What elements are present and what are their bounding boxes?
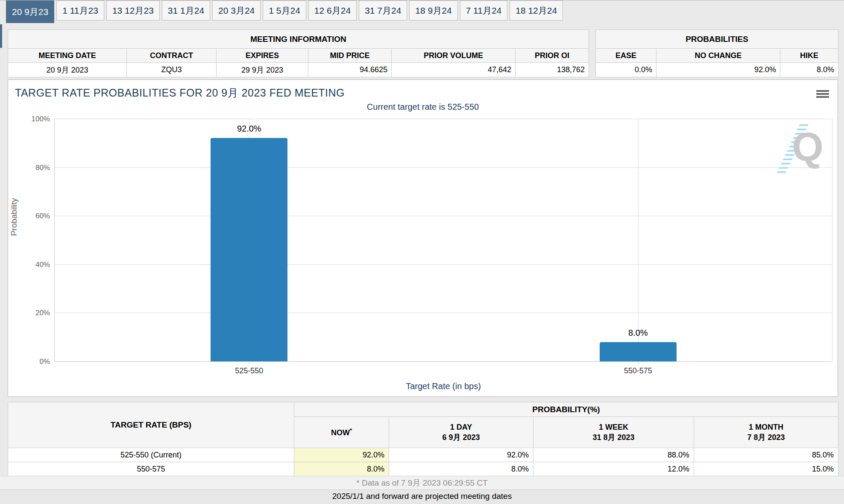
rate-label: 550-575 xyxy=(8,462,294,476)
gridline-y-20 xyxy=(55,313,832,313)
one-day-value: 92.0% xyxy=(389,448,533,462)
tab-meeting-10[interactable]: 7 11月24 xyxy=(460,0,508,21)
tab-meeting-1[interactable]: 20 9月23 xyxy=(6,0,54,23)
contract-value: ZQU3 xyxy=(127,63,217,77)
meeting-information-table: MEETING INFORMATION MEETING DATE CONTRAC… xyxy=(8,29,589,77)
gridline-y-40 xyxy=(55,264,832,265)
tab-meeting-6[interactable]: 1 5月24 xyxy=(263,0,306,21)
chart-plot-area: Q Target Rate (in bps) 92.0%525-5508.0%5… xyxy=(54,119,832,361)
now-asterisk: * xyxy=(350,427,352,434)
hike-value: 8.0% xyxy=(780,63,838,77)
gridline-x-1 xyxy=(638,119,639,361)
y-tick-label-60: 60% xyxy=(20,212,50,220)
rate-label: 525-550 (Current) xyxy=(8,448,294,462)
watermark-q-letter: Q xyxy=(792,126,823,167)
col-1-month: 1 MONTH7 8月 2023 xyxy=(694,417,838,448)
col-now: NOW* xyxy=(294,417,389,448)
table-row-550-575: 550-575 8.0% 8.0% 12.0% 15.0% xyxy=(8,462,838,476)
tab-meeting-7[interactable]: 12 6月24 xyxy=(308,0,357,21)
gridline-y-60 xyxy=(55,216,832,216)
col-no-change: NO CHANGE xyxy=(656,49,780,63)
y-tick-label-80: 80% xyxy=(20,164,50,172)
col-1-day: 1 DAY6 9月 2023 xyxy=(389,417,533,448)
projected-dates-note: 2025/1/1 and forward are projected meeti… xyxy=(0,490,844,504)
col-ease: EASE xyxy=(596,49,656,63)
one-week-value: 12.0% xyxy=(533,462,694,476)
one-day-value: 8.0% xyxy=(389,462,533,476)
tab-meeting-3[interactable]: 13 12月23 xyxy=(106,0,160,21)
now-value: 8.0% xyxy=(294,462,389,476)
x-axis-title: Target Rate (in bps) xyxy=(55,381,832,391)
meeting-date-tabs: 20 9月231 11月2313 12月2331 1月2420 3月241 5月… xyxy=(6,0,844,23)
one-month-value: 15.0% xyxy=(694,462,838,476)
col-mid-price: MID PRICE xyxy=(308,49,392,63)
table-row-525-550: 525-550 (Current) 92.0% 92.0% 88.0% 85.0… xyxy=(8,448,838,462)
col-contract: CONTRACT xyxy=(127,49,217,63)
tab-meeting-11[interactable]: 18 12月24 xyxy=(510,0,563,21)
bar-550-575[interactable] xyxy=(600,342,677,361)
y-axis-title: Probability xyxy=(9,198,19,236)
x-category-label-525-550: 525-550 xyxy=(202,366,296,375)
tab-meeting-9[interactable]: 18 9月24 xyxy=(409,0,457,21)
probabilities-table: PROBABILITIES EASE NO CHANGE HIKE 0.0% 9… xyxy=(595,29,838,77)
no-change-value: 92.0% xyxy=(656,63,780,77)
x-tick-0 xyxy=(249,361,249,364)
mid-price-value: 94.6625 xyxy=(308,63,392,77)
meeting-date-tabbar: 20 9月231 11月2313 12月2331 1月2420 3月241 5月… xyxy=(0,0,844,26)
prior-volume-value: 47,642 xyxy=(392,63,516,77)
left-edge-accent-top xyxy=(0,24,2,48)
meeting-information-title: MEETING INFORMATION xyxy=(8,30,589,49)
prior-oi-value: 138,762 xyxy=(516,63,589,77)
meeting-date-value: 20 9月 2023 xyxy=(8,63,127,77)
ease-value: 0.0% xyxy=(596,63,656,77)
gridline-y-0 xyxy=(55,361,832,362)
chart-subtitle: Current target rate is 525-550 xyxy=(8,102,838,112)
group-header-probability: PROBABILITY(%) xyxy=(294,402,838,417)
y-tick-label-0: 0% xyxy=(20,357,50,366)
tab-meeting-5[interactable]: 20 3月24 xyxy=(212,0,261,21)
gridline-y-100 xyxy=(55,119,832,119)
bar-value-label-525-550: 92.0% xyxy=(206,124,292,134)
tab-meeting-2[interactable]: 1 11月23 xyxy=(56,0,104,21)
chart-export-menu-icon[interactable] xyxy=(816,90,829,100)
tab-meeting-8[interactable]: 31 7月24 xyxy=(359,0,407,21)
y-tick-label-40: 40% xyxy=(20,261,50,269)
bar-value-label-550-575: 8.0% xyxy=(595,328,681,338)
col-1-week: 1 WEEK31 8月 2023 xyxy=(533,417,694,448)
x-category-label-550-575: 550-575 xyxy=(591,366,685,375)
col-meeting-date: MEETING DATE xyxy=(8,49,127,63)
now-value: 92.0% xyxy=(294,448,389,462)
y-tick-label-20: 20% xyxy=(20,309,50,317)
col-prior-volume: PRIOR VOLUME xyxy=(392,49,516,63)
gridline-y-80 xyxy=(55,167,832,168)
col-expires: EXPIRES xyxy=(217,49,308,63)
bar-525-550[interactable] xyxy=(211,138,287,361)
data-as-of-note: * Data as of 7 9月 2023 06:29:55 CT xyxy=(0,476,844,490)
target-rate-probabilities-chart: TARGET RATE PROBABILITIES FOR 20 9月 2023… xyxy=(8,79,838,397)
expires-value: 29 9月 2023 xyxy=(217,63,308,77)
probability-history-table: TARGET RATE (BPS) PROBABILITY(%) NOW* 1 … xyxy=(8,402,838,476)
one-month-value: 85.0% xyxy=(694,448,838,462)
gridline-plot-right xyxy=(832,119,832,361)
x-tick-1 xyxy=(638,361,639,364)
one-week-value: 88.0% xyxy=(533,448,694,462)
y-tick-label-100: 100% xyxy=(20,115,50,123)
col-hike: HIKE xyxy=(780,49,838,63)
probabilities-title: PROBABILITIES xyxy=(596,30,838,49)
col-prior-oi: PRIOR OI xyxy=(516,49,589,63)
row-header-target-rate-bps: TARGET RATE (BPS) xyxy=(8,402,294,448)
chart-title: TARGET RATE PROBABILITIES FOR 20 9月 2023… xyxy=(15,86,345,100)
tab-meeting-4[interactable]: 31 1月24 xyxy=(162,0,210,21)
